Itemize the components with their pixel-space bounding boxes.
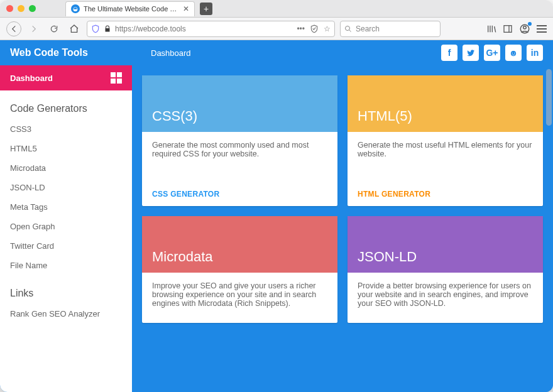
sidebar-item-microdata[interactable]: Microdata: [0, 158, 132, 178]
account-icon[interactable]: [519, 23, 530, 35]
sidebar-item-dashboard[interactable]: Dashboard: [0, 65, 132, 90]
url-text: https://webcode.tools: [115, 24, 293, 33]
browser-toolbar: https://webcode.tools ••• ☆ Search: [0, 18, 553, 40]
app-header: Web Code Tools Dashboard f G+ in: [0, 40, 553, 65]
search-placeholder: Search: [356, 24, 380, 33]
sidebar-item-html5[interactable]: HTML5: [0, 139, 132, 158]
sidebar-toggle-icon[interactable]: [503, 24, 513, 34]
brand-title[interactable]: Web Code Tools: [10, 47, 151, 58]
lock-icon: [104, 25, 111, 33]
tab-close-icon[interactable]: ✕: [183, 4, 189, 13]
reddit-icon[interactable]: [505, 45, 522, 61]
arrow-left-icon: [9, 24, 18, 33]
bookmark-star-icon[interactable]: ☆: [324, 24, 331, 33]
sidebar-item-opengraph[interactable]: Open Graph: [0, 217, 132, 236]
svg-point-6: [514, 53, 515, 54]
home-button[interactable]: [67, 21, 82, 36]
sidebar-active-label: Dashboard: [10, 74, 53, 83]
card-title: CSS(3): [142, 75, 337, 132]
twitter-icon[interactable]: [463, 45, 479, 61]
ellipsis-icon[interactable]: •••: [297, 24, 305, 33]
window-maximize-button[interactable]: [29, 5, 36, 12]
breadcrumb: Dashboard: [151, 48, 191, 58]
dashboard-icon: [111, 72, 122, 84]
card-description: Generate the most useful HTML elements f…: [348, 132, 543, 182]
sidebar-item-metatags[interactable]: Meta Tags: [0, 197, 132, 217]
googleplus-icon[interactable]: G+: [484, 45, 500, 61]
favicon-icon: ◒: [71, 4, 80, 13]
sidebar-item-jsonld[interactable]: JSON-LD: [0, 178, 132, 197]
card-title: JSON-LD: [348, 216, 543, 273]
browser-tab[interactable]: ◒ The Ultimate Website Code Ge ✕: [65, 1, 195, 16]
card-action-link[interactable]: CSS GENERATOR: [142, 182, 337, 206]
sidebar-item-css3[interactable]: CSS3: [0, 119, 132, 139]
home-icon: [69, 24, 79, 34]
main-content: CSS(3) Generate the most commonly used a…: [132, 65, 553, 392]
svg-point-3: [523, 26, 527, 29]
reader-icon[interactable]: [310, 24, 319, 33]
shield-icon: [91, 24, 100, 33]
url-bar[interactable]: https://webcode.tools ••• ☆: [87, 21, 335, 37]
new-tab-button[interactable]: +: [200, 3, 212, 15]
card-action-link[interactable]: HTML GENERATOR: [348, 182, 543, 206]
sidebar: Dashboard Code Generators CSS3 HTML5 Mic…: [0, 65, 132, 392]
browser-window: ◒ The Ultimate Website Code Ge ✕ + https…: [0, 0, 553, 392]
card-jsonld[interactable]: JSON-LD Provide a better browsing experi…: [348, 216, 543, 323]
menu-icon[interactable]: [537, 25, 547, 33]
sidebar-section-generators: Code Generators: [0, 90, 132, 119]
svg-point-5: [512, 53, 513, 54]
arrow-right-icon: [30, 24, 38, 33]
card-description: Provide a better browsing experience for…: [348, 273, 543, 323]
window-minimize-button[interactable]: [18, 5, 25, 12]
card-title: Microdata: [142, 216, 337, 273]
card-title: HTML(5): [348, 75, 543, 132]
library-icon[interactable]: [486, 24, 496, 34]
tab-title: The Ultimate Website Code Ge: [84, 5, 178, 13]
card-css[interactable]: CSS(3) Generate the most commonly used a…: [142, 75, 337, 206]
svg-point-0: [346, 26, 350, 30]
search-icon: [344, 25, 352, 33]
forward-button[interactable]: [26, 21, 41, 36]
sidebar-item-filename[interactable]: File Name: [0, 256, 132, 275]
search-bar[interactable]: Search: [340, 21, 441, 37]
reload-icon: [50, 24, 58, 33]
card-description: Generate the most commonly used and most…: [142, 132, 337, 182]
card-description: Improve your SEO and give your users a r…: [142, 273, 337, 323]
facebook-icon[interactable]: f: [441, 45, 457, 61]
sidebar-section-links: Links: [0, 275, 132, 304]
card-microdata[interactable]: Microdata Improve your SEO and give your…: [142, 216, 337, 323]
app-body: Dashboard Code Generators CSS3 HTML5 Mic…: [0, 65, 553, 392]
svg-rect-1: [504, 25, 512, 32]
back-button[interactable]: [6, 21, 21, 36]
reload-button[interactable]: [47, 21, 62, 36]
card-html[interactable]: HTML(5) Generate the most useful HTML el…: [348, 75, 543, 206]
sidebar-item-twittercard[interactable]: Twitter Card: [0, 236, 132, 256]
window-titlebar: ◒ The Ultimate Website Code Ge ✕ +: [0, 0, 553, 18]
window-close-button[interactable]: [6, 5, 13, 12]
card-grid: CSS(3) Generate the most commonly used a…: [142, 75, 543, 323]
scrollbar-thumb[interactable]: [546, 69, 552, 126]
sidebar-link-rankgen[interactable]: Rank Gen SEO Analyzer: [0, 304, 132, 324]
linkedin-icon[interactable]: in: [527, 45, 543, 61]
